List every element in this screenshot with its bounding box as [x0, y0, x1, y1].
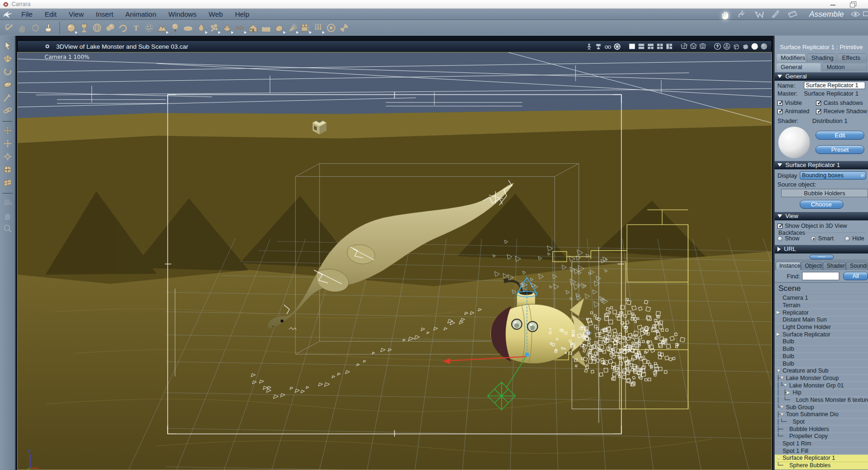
- bone-chain-tool-icon[interactable]: [3, 21, 16, 34]
- textured-shading-icon[interactable]: [759, 42, 769, 51]
- viewport-3d-view[interactable]: z x Camera 1 100%: [17, 52, 772, 470]
- particle-sphere-icon[interactable]: [143, 21, 156, 34]
- tree-row-spot-1-fill[interactable]: Spot 1 Fill: [775, 447, 868, 455]
- section-surface-replicator[interactable]: Surface Replicator 1: [775, 161, 868, 169]
- name-input[interactable]: [804, 82, 865, 89]
- section-general[interactable]: General: [775, 72, 868, 81]
- browser-tab-sounds[interactable]: Sounds: [846, 262, 868, 270]
- binoculars-icon[interactable]: [603, 42, 613, 51]
- section-view[interactable]: View: [775, 212, 868, 220]
- animated-checkbox[interactable]: [777, 109, 783, 114]
- sequencer-room-icon[interactable]: [786, 9, 798, 19]
- collapse-triangle-icon[interactable]: ▼: [777, 456, 783, 460]
- collapse-triangle-icon[interactable]: ▼: [780, 412, 786, 417]
- trackball-tool-icon[interactable]: [2, 164, 13, 175]
- section-url[interactable]: URL: [775, 245, 868, 253]
- cloud-slab-icon[interactable]: [182, 21, 195, 34]
- shader-preview-sphere[interactable]: [778, 127, 810, 158]
- tree-row-propeller-copy[interactable]: └─Propeller Copy: [775, 433, 868, 440]
- menu-windows[interactable]: Windows: [163, 10, 203, 18]
- expand-triangle-icon[interactable]: ▶: [777, 310, 783, 315]
- viewport-menu-dot-icon[interactable]: [46, 45, 49, 48]
- vase-lathe-icon[interactable]: [78, 21, 91, 34]
- working-plane-tool-icon[interactable]: [2, 177, 13, 188]
- rotate-tool-icon[interactable]: [2, 66, 13, 77]
- layout-two-pane-icon[interactable]: [637, 42, 646, 51]
- flat-shading-icon[interactable]: [741, 42, 750, 51]
- sphere-primitive-icon[interactable]: [65, 21, 78, 34]
- pan-hand-tool-icon[interactable]: [2, 210, 13, 221]
- tab-modifiers[interactable]: Modifiers: [776, 53, 806, 62]
- backfaces-show-radio[interactable]: [777, 236, 783, 241]
- tree-row-bulb[interactable]: Bulb: [775, 346, 868, 353]
- tree-row-toon-submarine-dio[interactable]: ├▼Toon Submarine Dio: [775, 411, 868, 418]
- text-primitive-icon[interactable]: T: [130, 21, 143, 34]
- collapse-triangle-icon[interactable]: ▼: [783, 383, 789, 387]
- menu-edit[interactable]: Edit: [39, 10, 63, 18]
- rock-icon[interactable]: [273, 21, 286, 34]
- collapse-triangle-icon[interactable]: ▼: [777, 369, 783, 373]
- scale-disc-tool-icon[interactable]: [2, 79, 13, 90]
- expand-triangle-icon[interactable]: ▶: [787, 391, 793, 395]
- find-input[interactable]: [802, 272, 839, 280]
- move-pointer-tool-icon[interactable]: [2, 53, 13, 64]
- axis-box-view2-icon[interactable]: [689, 42, 698, 51]
- tree-row-sphere-bubbles[interactable]: └─Sphere Bubbles: [775, 462, 868, 470]
- preset-button[interactable]: Preset: [816, 145, 864, 154]
- layout-quad-small-icon[interactable]: [655, 42, 665, 51]
- zoom-tool-icon[interactable]: [2, 223, 13, 234]
- tree-row-spot[interactable]: │└─Spot: [775, 418, 868, 426]
- texture-room-icon[interactable]: [753, 9, 765, 19]
- wireframe-display-icon[interactable]: [731, 42, 741, 51]
- casts-shadows-checkbox[interactable]: [816, 101, 821, 106]
- metaball-icon[interactable]: [104, 21, 117, 34]
- browser-tab-objects[interactable]: Objects: [801, 262, 822, 270]
- ocean-icon[interactable]: [260, 21, 273, 34]
- hand-tool-icon[interactable]: [16, 21, 29, 34]
- visible-checkbox[interactable]: [777, 101, 783, 106]
- rotate-view-tool-icon[interactable]: [29, 21, 42, 34]
- assemble-room-hand-icon[interactable]: [719, 9, 731, 19]
- particle-cluster-icon[interactable]: [208, 21, 221, 34]
- rotate-gizmo-tool-icon[interactable]: [2, 151, 13, 162]
- terrain-patch-icon[interactable]: [221, 21, 234, 34]
- menu-insert[interactable]: Insert: [90, 10, 119, 18]
- collapse-triangle-icon[interactable]: ▼: [780, 405, 786, 409]
- backfaces-smart-radio[interactable]: [811, 236, 816, 241]
- eye-icon[interactable]: [850, 10, 861, 19]
- menu-help[interactable]: Help: [229, 10, 255, 18]
- tree-row-hip[interactable]: │ ├▶Hip: [775, 389, 868, 397]
- light-object-icon[interactable]: [312, 21, 325, 34]
- tab-shading[interactable]: Shading: [807, 53, 836, 62]
- backfaces-hide-radio[interactable]: [845, 236, 850, 241]
- camera-object-icon[interactable]: [299, 21, 312, 34]
- render-area-icon[interactable]: [594, 42, 603, 51]
- menu-view[interactable]: View: [63, 10, 90, 18]
- gyroscope-icon[interactable]: [613, 42, 622, 51]
- tree-row-loch-ness-monster-6-texture[interactable]: │ └─Loch Ness Monster 6 texture: [775, 397, 868, 404]
- render-room-icon[interactable]: [770, 9, 782, 19]
- bone-object-icon[interactable]: [338, 21, 351, 34]
- eyedropper-tool-icon[interactable]: [2, 92, 13, 103]
- tree-row-replicator[interactable]: ▶Replicator: [775, 309, 868, 316]
- architecture-house-icon[interactable]: [247, 21, 260, 34]
- fire-icon[interactable]: [195, 21, 208, 34]
- choose-button[interactable]: Choose: [800, 200, 843, 209]
- expand-triangle-icon[interactable]: ▶: [777, 332, 783, 336]
- receive-shadow-checkbox[interactable]: [816, 109, 821, 114]
- all-filter-button[interactable]: All: [843, 272, 868, 280]
- browser-tab-shaders[interactable]: Shaders: [823, 262, 846, 270]
- link-tool-icon[interactable]: [2, 105, 13, 116]
- browser-tab-instances[interactable]: Instances: [776, 262, 801, 270]
- menu-web[interactable]: Web: [202, 10, 229, 18]
- tree-row-distant-main-sun[interactable]: Distant Main Sun: [775, 316, 868, 324]
- edit-button[interactable]: Edit: [816, 131, 864, 140]
- terrain-icon[interactable]: [156, 21, 169, 34]
- camera-pan-tool-icon[interactable]: [2, 197, 13, 208]
- monitor-icon[interactable]: [861, 10, 868, 19]
- axis-sphere-view-icon[interactable]: [698, 42, 707, 51]
- axis-box-view-icon[interactable]: [679, 42, 689, 51]
- tree-row-light-dome-holder[interactable]: Light Dome Holder: [775, 324, 868, 331]
- translate-plane-tool-icon[interactable]: [2, 138, 13, 149]
- menu-file[interactable]: File: [15, 10, 39, 18]
